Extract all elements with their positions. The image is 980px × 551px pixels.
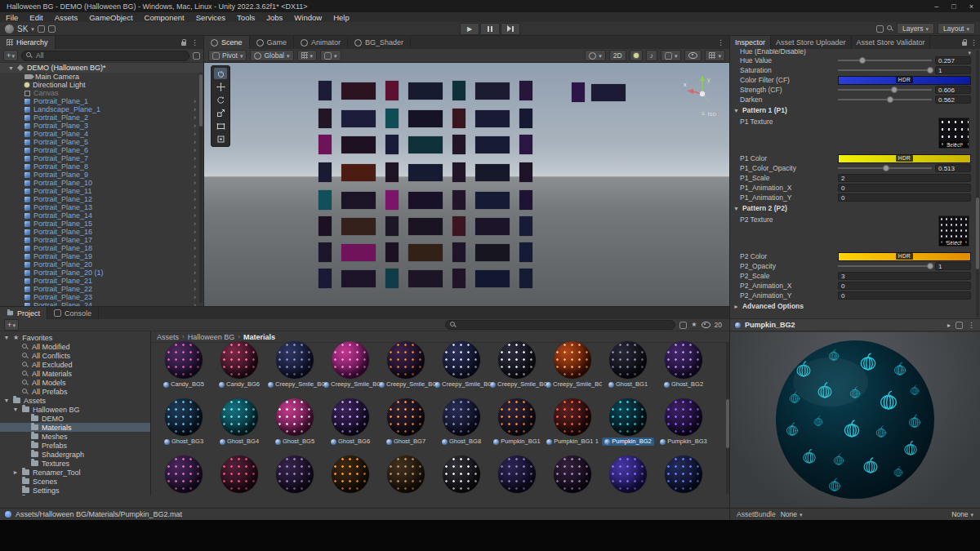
value-field[interactable]: 0.513	[935, 164, 971, 172]
scene-plane[interactable]	[572, 82, 585, 102]
scene-plane[interactable]	[318, 242, 332, 262]
tree-folder-materials[interactable]: Materials	[0, 423, 150, 432]
panel-menu-icon[interactable]: ⋮	[970, 39, 978, 47]
create-asset-button[interactable]: +▾	[4, 319, 19, 331]
open-prefab-arrow-icon[interactable]: ›	[194, 212, 196, 220]
scene-plane[interactable]	[452, 109, 466, 128]
material-item-candy-bg5[interactable]: Candy_BG5	[156, 339, 212, 396]
value-field[interactable]: 0	[838, 291, 971, 300]
material-item-creepy-smile-bg2[interactable]: Creepy_Smile_BG2	[323, 339, 378, 396]
panel-menu-icon[interactable]: ⋮	[191, 39, 198, 47]
hierarchy-item[interactable]: Portrait_Plane_1›	[0, 97, 199, 105]
hierarchy-item[interactable]: Portrait_Plane_10›	[0, 179, 199, 187]
scene-plane[interactable]	[385, 242, 399, 262]
menu-file[interactable]: File	[0, 12, 24, 22]
scale-tool-button[interactable]	[214, 107, 227, 118]
scene-plane[interactable]	[408, 136, 443, 153]
material-item-spider-bg9[interactable]: Spider_BG9	[600, 453, 656, 495]
scene-plane[interactable]	[452, 190, 466, 210]
tree-favorites[interactable]: ▼★Favorites	[0, 333, 150, 342]
material-label[interactable]: Creepy_Smile_BG6	[543, 380, 602, 389]
collapse-caret-icon[interactable]: ▼	[8, 65, 14, 71]
open-prefab-arrow-icon[interactable]: ›	[194, 155, 196, 162]
inspector-scrollbar[interactable]	[976, 51, 979, 317]
view-tool-button[interactable]	[214, 68, 227, 79]
dropdown-caret-icon[interactable]: ▾	[968, 50, 971, 56]
material-label[interactable]: Ghost_BG3	[162, 438, 206, 446]
hierarchy-item[interactable]: Portrait_Plane_21›	[0, 277, 199, 285]
tree-folder-prefabs[interactable]: Prefabs	[0, 441, 150, 450]
tree-favorite-all-materials[interactable]: All Materials	[0, 369, 150, 378]
slider[interactable]	[838, 99, 932, 100]
material-item-spider-bg5[interactable]: Spider_BG5	[378, 453, 434, 495]
panel-menu-icon[interactable]: ⋮	[717, 39, 724, 47]
material-item-pumpkin-bg1[interactable]: Pumpkin_BG1	[489, 396, 545, 453]
assetbundle-variant-dropdown[interactable]: None▾	[951, 510, 973, 518]
value-field[interactable]: 3	[838, 272, 971, 280]
material-label[interactable]: Ghost_BG5	[273, 438, 317, 446]
material-label[interactable]: Pumpkin_BG2	[602, 438, 653, 446]
slider[interactable]	[838, 265, 932, 267]
preview-settings-icon[interactable]	[956, 322, 963, 329]
scene-plane[interactable]	[341, 244, 376, 261]
grid-scrollbar[interactable]	[726, 342, 729, 494]
material-label[interactable]: Spider_BG8	[550, 495, 595, 495]
material-item-ghost-bg6[interactable]: Ghost_BG6	[323, 396, 378, 453]
open-prefab-arrow-icon[interactable]: ›	[194, 278, 196, 285]
move-tool-button[interactable]	[214, 81, 227, 92]
scene-plane[interactable]	[318, 216, 332, 236]
material-item-ghost-bg3[interactable]: Ghost_BG3	[156, 396, 212, 453]
material-item-candy-bg6[interactable]: Candy_BG6	[212, 339, 267, 396]
material-label[interactable]: Candy_BG5	[161, 380, 207, 389]
foldout-advanced-options[interactable]: ►Advanced Options	[730, 300, 976, 312]
material-label[interactable]: Spider_BG4	[327, 495, 373, 495]
material-item-ghost-bg8[interactable]: Ghost_BG8	[434, 396, 489, 453]
value-field[interactable]: 0.257	[935, 56, 971, 64]
tab-bg-shader[interactable]: BG_Shader	[348, 36, 411, 49]
scene-plane[interactable]	[318, 190, 332, 210]
open-prefab-arrow-icon[interactable]: ›	[194, 286, 196, 293]
hierarchy-item[interactable]: Portrait_Plane_3›	[0, 122, 199, 130]
value-field[interactable]: 2	[838, 174, 971, 182]
slider[interactable]	[838, 167, 932, 169]
scene-plane[interactable]	[318, 109, 332, 128]
texture-select-button[interactable]: Select	[939, 239, 969, 246]
scene-plane[interactable]	[408, 82, 443, 100]
hierarchy-item[interactable]: Portrait_Plane_9›	[0, 171, 199, 179]
hierarchy-item[interactable]: Portrait_Plane_7›	[0, 154, 199, 162]
material-item-ghost-bg2[interactable]: Ghost_BG2	[656, 339, 711, 396]
scene-plane[interactable]	[591, 84, 626, 101]
layout-dropdown[interactable]: Layout▾	[938, 23, 975, 34]
open-prefab-arrow-icon[interactable]: ›	[194, 114, 196, 122]
material-label[interactable]: Ghost_BG7	[384, 438, 428, 446]
slider-knob[interactable]	[927, 67, 933, 73]
material-item-spider-bg1[interactable]: Spider_BG1	[156, 453, 212, 495]
scene-plane[interactable]	[408, 244, 443, 261]
scene-plane[interactable]	[385, 135, 399, 154]
material-label[interactable]: Candy_BG6	[216, 380, 262, 389]
scene-viewport[interactable]: y x ≡Iso	[204, 63, 729, 306]
scene-plane[interactable]	[341, 110, 376, 127]
layers-dropdown[interactable]: Layers▾	[897, 23, 934, 34]
slider-knob[interactable]	[883, 165, 889, 171]
effects-dropdown[interactable]: ▾	[661, 50, 682, 61]
hdr-color-field[interactable]: HDR	[838, 252, 971, 261]
global-toggle[interactable]: Global▾	[250, 50, 293, 61]
tree-caret-icon[interactable]: ►	[12, 469, 19, 475]
projection-label[interactable]: ≡Iso	[702, 110, 716, 118]
tab-game[interactable]: Game	[250, 36, 295, 49]
material-label[interactable]: Creepy_Smile_BG4	[432, 380, 491, 389]
open-prefab-arrow-icon[interactable]: ›	[194, 106, 196, 113]
open-prefab-arrow-icon[interactable]: ›	[194, 220, 196, 228]
tree-folder-demo[interactable]: DEMO	[0, 414, 150, 423]
material-item-ghost-bg5[interactable]: Ghost_BG5	[267, 396, 323, 453]
lock-icon[interactable]	[962, 42, 967, 46]
material-item-creepy-smile-bg1[interactable]: Creepy_Smile_BG1	[267, 339, 323, 396]
open-prefab-arrow-icon[interactable]: ›	[194, 180, 196, 187]
tree-assets[interactable]: ▼Assets	[0, 396, 150, 405]
hierarchy-item[interactable]: Portrait_Plane_4›	[0, 130, 199, 138]
open-prefab-arrow-icon[interactable]: ›	[194, 122, 196, 130]
value-field[interactable]: 0	[838, 193, 971, 202]
hierarchy-item[interactable]: Portrait_Plane_13›	[0, 203, 199, 211]
material-label[interactable]: Spider_BG10	[659, 495, 708, 495]
